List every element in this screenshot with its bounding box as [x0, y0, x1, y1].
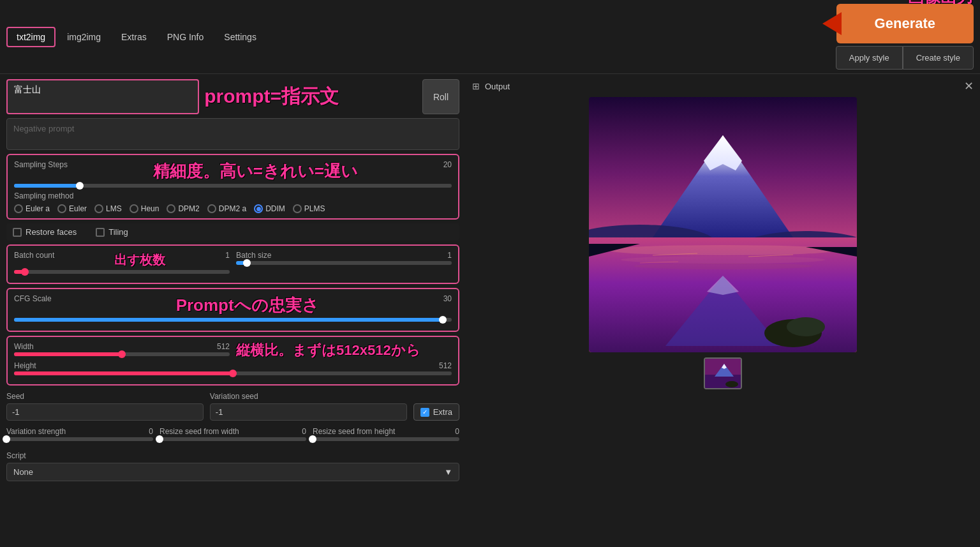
- batch-count-value: 1: [225, 251, 230, 269]
- create-style-button[interactable]: Create style: [903, 46, 974, 70]
- tab-settings[interactable]: Settings: [215, 28, 265, 46]
- sampling-steps-section: Sampling Steps 精細度。高い=きれい=遅い 20 Sampling…: [6, 154, 459, 220]
- right-panel: ⊞ Output ✕: [466, 74, 980, 547]
- output-header: ⊞ Output ✕: [472, 79, 974, 93]
- seed-block: Seed -1: [6, 392, 204, 421]
- batch-count-slider[interactable]: [14, 270, 230, 274]
- width-fill: [14, 352, 122, 356]
- output-close-icon[interactable]: ✕: [964, 79, 974, 93]
- radio-euler[interactable]: Euler: [57, 204, 87, 213]
- resize-seed-height-value: 0: [455, 427, 459, 436]
- extra-checkbox[interactable]: Extra: [413, 403, 459, 421]
- main-output-image: [589, 97, 857, 352]
- radio-euler-a[interactable]: Euler a: [14, 204, 50, 213]
- variation-strength-label: Variation strength: [6, 427, 66, 436]
- script-select[interactable]: None ▼: [6, 463, 459, 481]
- resize-seed-width-label: Resize seed from width: [160, 427, 239, 436]
- height-label: Height: [14, 361, 36, 370]
- height-thumb: [229, 370, 237, 377]
- fuji-svg: [589, 97, 857, 352]
- script-section: Script None ▼: [6, 451, 459, 481]
- sampling-steps-slider[interactable]: [14, 184, 452, 188]
- extra-check-icon: [420, 408, 429, 417]
- cfg-scale-section: CFG Scale Promptへの忠実さ 30: [6, 288, 459, 332]
- seed-label: Seed: [6, 392, 204, 401]
- radio-lms-circle: [94, 204, 103, 213]
- tab-png-info[interactable]: PNG Info: [158, 28, 213, 46]
- width-slider[interactable]: [14, 352, 230, 356]
- tab-extras[interactable]: Extras: [112, 28, 156, 46]
- width-thumb: [118, 350, 126, 358]
- svg-point-12: [634, 263, 812, 269]
- left-panel: 富士山 prompt=指示文 Roll Negative prompt Samp…: [0, 74, 466, 547]
- height-value: 512: [439, 361, 452, 370]
- resize-seed-height-slider[interactable]: [313, 437, 459, 441]
- resize-seed-width-thumb: [156, 435, 163, 443]
- radio-dpm2-circle: [167, 204, 175, 213]
- seed-input[interactable]: -1: [6, 403, 204, 421]
- restore-faces-label: Restore faces: [26, 227, 77, 237]
- main-layout: 富士山 prompt=指示文 Roll Negative prompt Samp…: [0, 74, 980, 547]
- radio-plms-circle: [293, 204, 302, 213]
- tiling-label: Tiling: [108, 227, 128, 237]
- height-slider[interactable]: [14, 371, 452, 375]
- batch-count-block: Batch count 出す枚数 1: [14, 251, 230, 278]
- resize-seed-height-thumb: [309, 435, 316, 443]
- variation-row: Variation strength 0 Resize seed from wi…: [6, 427, 459, 445]
- prompt-input[interactable]: 富士山: [6, 79, 199, 114]
- radio-dpm2a[interactable]: DPM2 a: [207, 204, 246, 213]
- prompt-annotation: prompt=指示文: [204, 79, 417, 114]
- variation-seed-input[interactable]: -1: [210, 403, 407, 421]
- resize-seed-width-slider[interactable]: [160, 437, 306, 441]
- output-thumbnail[interactable]: [704, 357, 742, 389]
- width-label: Width: [14, 342, 34, 351]
- generate-button[interactable]: Generate: [836, 4, 974, 43]
- tiling-check-icon: [96, 228, 105, 237]
- radio-lms[interactable]: LMS: [94, 204, 122, 213]
- radio-ddim-circle: [254, 204, 263, 213]
- top-nav: txt2img img2img Extras PNG Info Settings…: [0, 0, 980, 74]
- output-image-area: [472, 97, 974, 547]
- tiling-checkbox[interactable]: Tiling: [96, 227, 128, 237]
- radio-heun[interactable]: Heun: [130, 204, 160, 213]
- cfg-scale-value: 30: [443, 294, 452, 317]
- script-value: None: [13, 467, 33, 477]
- cfg-scale-annotation: Promptへの忠実さ: [176, 296, 319, 315]
- sampling-steps-thumb: [76, 182, 84, 190]
- radio-dpm2a-circle: [207, 204, 216, 213]
- negative-prompt-input[interactable]: Negative prompt: [6, 118, 459, 150]
- radio-ddim[interactable]: DDIM: [254, 204, 285, 213]
- sampling-methods-row: Euler a Euler LMS Heun DPM2: [14, 204, 452, 213]
- thumb-svg: [705, 359, 742, 389]
- radio-dpm2[interactable]: DPM2: [167, 204, 199, 213]
- tab-img2img[interactable]: img2img: [58, 28, 110, 46]
- batch-section: Batch count 出す枚数 1 Batch size 1: [6, 244, 459, 284]
- prompt-area: 富士山 prompt=指示文 Roll: [6, 79, 459, 114]
- variation-strength-slider[interactable]: [6, 437, 153, 441]
- batch-count-thumb: [21, 268, 29, 276]
- batch-size-value: 1: [447, 251, 452, 260]
- radio-plms[interactable]: PLMS: [293, 204, 325, 213]
- svg-point-14: [787, 317, 825, 336]
- sampling-method-label: Sampling method: [14, 191, 452, 200]
- resize-seed-height-block: Resize seed from height 0: [313, 427, 459, 445]
- svg-point-10: [608, 245, 838, 255]
- batch-size-label: Batch size: [236, 251, 271, 260]
- variation-seed-label: Variation seed: [210, 392, 407, 401]
- apply-style-button[interactable]: Apply style: [836, 46, 903, 70]
- batch-size-slider[interactable]: [236, 261, 452, 265]
- radio-heun-circle: [130, 204, 138, 213]
- script-label: Script: [6, 451, 459, 460]
- script-chevron-icon: ▼: [444, 467, 452, 477]
- roll-button[interactable]: Roll: [422, 79, 459, 114]
- output-grid-icon: ⊞: [472, 81, 480, 91]
- radio-euler-a-circle: [14, 204, 23, 213]
- extra-label: Extra: [433, 407, 452, 417]
- restore-faces-check-icon: [13, 228, 22, 237]
- batch-count-label: Batch count: [14, 251, 54, 269]
- cfg-scale-slider[interactable]: [14, 318, 452, 322]
- resize-seed-width-block: Resize seed from width 0: [160, 427, 306, 445]
- restore-faces-checkbox[interactable]: Restore faces: [13, 227, 77, 237]
- tab-txt2img[interactable]: txt2img: [6, 27, 56, 47]
- height-fill: [14, 371, 233, 375]
